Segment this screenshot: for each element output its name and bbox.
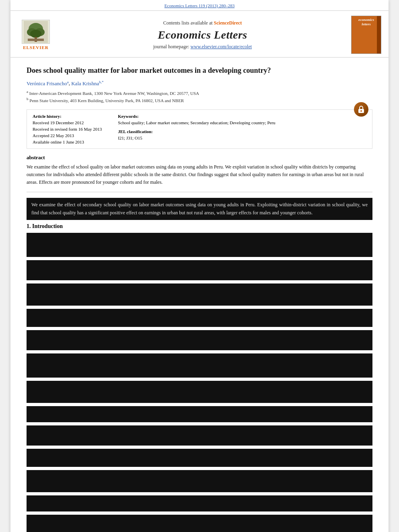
body-block-7	[27, 381, 372, 403]
received-row: Received 19 December 2012	[33, 120, 102, 125]
elsevier-tree-image	[22, 20, 50, 44]
revised-row: Received in revised form 16 May 2013	[33, 127, 102, 131]
journal-title: Economics Letters	[62, 29, 343, 41]
body-block-2	[27, 260, 372, 280]
lock-icon-container	[354, 102, 368, 117]
article-info-box: Article history: Received 19 December 20…	[27, 109, 372, 149]
abstract-text: We examine the effect of school quality …	[27, 163, 372, 187]
lock-icon	[354, 102, 368, 117]
keywords-label: Keywords:	[118, 114, 275, 119]
body-block-4	[27, 309, 372, 327]
article-history-label: Article history:	[33, 114, 102, 119]
journal-header: ELSEVIER Contents lists available at Sci…	[10, 11, 389, 58]
restricted-content-block: We examine the effect of secondary schoo…	[27, 198, 372, 220]
jel-values: I21; J31; O15	[118, 136, 275, 140]
main-content: Does school quality matter for labor mar…	[10, 58, 389, 532]
contents-line: Contents lists available at ScienceDirec…	[62, 20, 343, 26]
body-block-3	[27, 283, 372, 306]
abstract-section: abstract We examine the effect of school…	[27, 154, 372, 187]
accepted-row: Accepted 22 May 2013	[33, 133, 102, 138]
body-block-12	[27, 495, 372, 511]
svg-point-4	[30, 30, 41, 38]
jel-label: JEL classification:	[118, 129, 275, 134]
author-1[interactable]: Verónica Frisanchoa	[27, 80, 69, 86]
history-col: Article history: Received 19 December 20…	[33, 114, 102, 144]
author-2[interactable]: Kala Krishnab,*	[71, 80, 103, 86]
cover-bar	[377, 16, 381, 53]
abstract-header: abstract	[27, 154, 372, 161]
affiliation-1: a Inter-American Development Bank, 1300 …	[27, 89, 372, 97]
article-title-section: Does school quality matter for labor mar…	[27, 66, 372, 104]
top-bar: Economics Letters 119 (2013) 280–283	[10, 0, 389, 11]
info-and-lock: Article history: Received 19 December 20…	[27, 109, 372, 149]
journal-issue-link[interactable]: Economics Letters 119 (2013) 280–283	[165, 3, 234, 8]
available-row: Available online 1 June 2013	[33, 140, 102, 144]
body-block-13	[27, 515, 372, 532]
elsevier-wordmark: ELSEVIER	[23, 45, 49, 50]
elsevier-logo: ELSEVIER	[18, 20, 54, 50]
body-block-8	[27, 406, 372, 422]
affiliations: a Inter-American Development Bank, 1300 …	[27, 89, 372, 104]
science-direct-link[interactable]: ScienceDirect	[214, 20, 242, 26]
section-1-heading: 1. Introduction	[27, 223, 372, 230]
cover-title: economics letters	[358, 18, 374, 27]
body-block-10	[27, 449, 372, 467]
divider	[27, 192, 372, 192]
authors-line: Verónica Frisanchoa, Kala Krishnab,*	[27, 80, 372, 86]
article-title: Does school quality matter for labor mar…	[27, 66, 372, 76]
journal-cover: economics letters	[351, 16, 381, 54]
svg-point-8	[360, 110, 362, 112]
intro-section: 1. Introduction Evans and	[27, 223, 372, 532]
body-block-6	[27, 353, 372, 378]
svg-rect-6	[28, 39, 44, 41]
body-block-9	[27, 425, 372, 446]
body-block-1	[27, 233, 372, 257]
journal-homepage: journal homepage: www.elsevier.com/locat…	[62, 44, 343, 50]
body-block-5	[27, 330, 372, 350]
journal-center: Contents lists available at ScienceDirec…	[54, 20, 351, 50]
keywords-col: Keywords: School quality; Labor market o…	[118, 114, 275, 144]
keywords-values: School quality; Labor market outcomes; S…	[118, 120, 275, 125]
body-block-11	[27, 470, 372, 492]
affiliation-2: b Penn State University, 403 Kern Buildi…	[27, 97, 372, 104]
homepage-url[interactable]: www.elsevier.com/locate/ecolet	[191, 44, 252, 49]
